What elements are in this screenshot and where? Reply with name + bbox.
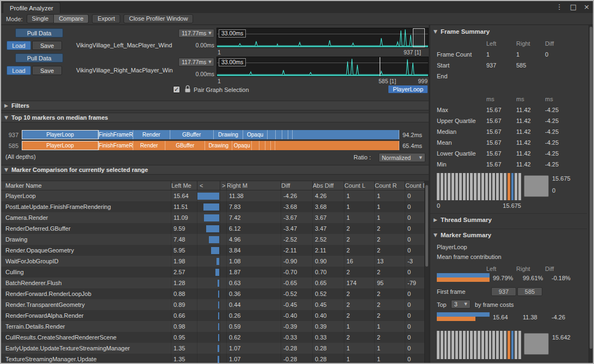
table-row[interactable]: Drawing7.484.96-2.522.52220	[1, 234, 424, 245]
marker-segment[interactable]	[268, 130, 276, 139]
marker-segment[interactable]: PlayerLoop	[22, 141, 99, 150]
mode-single-button[interactable]: Single	[27, 14, 54, 23]
bar-track	[197, 203, 219, 211]
menu-kebab-icon[interactable]: ⋮	[556, 1, 563, 13]
cell-right-median: 0.36	[227, 288, 281, 299]
cell-count-right: 2	[375, 234, 405, 245]
column-header-marker-name[interactable]: Marker Name	[1, 181, 171, 190]
pull-data-left-button[interactable]: Pull Data	[15, 28, 63, 38]
table-row[interactable]: BatchRenderer.Flush1.280.63-0.650.651749…	[1, 277, 424, 288]
table-row[interactable]: CullResults.CreateSharedRendererScene0.9…	[1, 332, 424, 343]
bar-track	[197, 247, 219, 254]
maximize-icon[interactable]: □	[570, 1, 577, 13]
marker-segment[interactable]: FinishFrameR	[99, 130, 133, 139]
marker-segment[interactable]: GBuffer	[170, 130, 214, 139]
table-row[interactable]: Render.OpaqueGeometry5.953.84-2.112.1122…	[1, 245, 424, 256]
left-graph-scale-dropdown[interactable]: 117.77ms ▼	[178, 29, 214, 38]
first-frame-left-button[interactable]: 937	[491, 287, 516, 296]
column-header-right-bar[interactable]: >	[220, 181, 227, 190]
save-right-button[interactable]: Save	[32, 66, 62, 75]
scrollbar-thumb[interactable]	[425, 185, 428, 267]
marker-segment[interactable]: Opaqu	[243, 130, 267, 139]
marker-segment[interactable]: Render	[133, 130, 170, 139]
frame-time-graph-right[interactable]: 33.00ms	[216, 57, 429, 77]
save-left-button[interactable]: Save	[32, 41, 62, 50]
first-frame-right-button[interactable]: 585	[517, 287, 542, 296]
marker-summary-histogram[interactable]	[437, 331, 521, 359]
table-row[interactable]: Terrain.Details.Render0.980.59-0.390.391…	[1, 321, 424, 332]
cell-right-median: 0.44	[227, 299, 281, 310]
cell-count-left: 2	[344, 245, 375, 256]
selection-line[interactable]	[380, 57, 380, 76]
marker-segment[interactable]: GBuffer	[165, 141, 205, 150]
scrollbar-thumb[interactable]	[590, 27, 592, 349]
table-row[interactable]: Render.TransparentGeometry0.890.44-0.450…	[1, 299, 424, 310]
marker-segment[interactable]: FinishFrameR	[99, 141, 133, 150]
ratio-dropdown[interactable]: Normalized ▼	[379, 153, 425, 162]
marker-segment[interactable]	[293, 130, 399, 139]
top-n-dropdown[interactable]: 3 ▼	[451, 300, 471, 309]
vertical-scrollbar[interactable]	[589, 25, 593, 364]
load-left-button[interactable]: Load	[7, 41, 31, 50]
top10-section-header[interactable]: ▼ Top 10 markers on median frames	[1, 113, 429, 122]
table-row[interactable]: PostLateUpdate.FinishFrameRendering11.51…	[1, 201, 424, 212]
column-header-left-median[interactable]: Left Me	[171, 181, 197, 190]
table-row[interactable]: Camera.Render11.097.42-3.673.67110	[1, 212, 424, 223]
close-icon[interactable]: ×	[584, 1, 590, 13]
right-graph-scale-dropdown[interactable]: 117.77ms ▼	[178, 58, 214, 66]
mode-compare-button[interactable]: Compare	[54, 14, 89, 23]
column-header-count-left[interactable]: Count L	[344, 181, 375, 190]
vertical-scrollbar[interactable]	[424, 181, 429, 364]
tab-profile-analyzer[interactable]: Profile Analyzer	[3, 2, 60, 13]
comparison-section-header[interactable]: ▼ Marker Comparison for currently select…	[1, 165, 429, 175]
column-header-left: Left	[486, 266, 516, 272]
marker-segment[interactable]	[271, 141, 275, 150]
marker-segment[interactable]: PlayerLoop	[22, 130, 99, 139]
table-row[interactable]: EarlyUpdate.UpdateTextureStreamingManage…	[1, 343, 424, 354]
marker-segment[interactable]	[252, 141, 259, 150]
frame-summary-stat-rows: Max15.6711.42-4.25Upper Quartile15.6711.…	[430, 104, 587, 170]
selection-region[interactable]	[413, 28, 425, 47]
summary-right-value: 1	[516, 51, 545, 58]
table-row[interactable]: WaitForJobGroupID1.981.08-0.900.901613-3	[1, 256, 424, 267]
marker-segment[interactable]: Drawing	[205, 141, 232, 150]
table-row[interactable]: PlayerLoop15.6411.38-4.264.26110	[1, 190, 424, 201]
cell-left-median: 9.59	[171, 223, 197, 234]
filters-section-header[interactable]: ▶ Filters	[1, 101, 429, 110]
frame-time-graph-left[interactable]: 33.00ms	[216, 28, 429, 48]
marker-summary-header[interactable]: ▼ Marker Summary	[434, 232, 491, 238]
column-header-count-delta[interactable]: Count D	[405, 181, 424, 190]
marker-segment[interactable]	[282, 130, 288, 139]
marker-segment[interactable]	[275, 141, 399, 150]
section-divider	[430, 213, 587, 214]
frame-summary-histogram[interactable]	[437, 173, 521, 200]
marker-segment[interactable]	[265, 141, 271, 150]
thread-summary-header[interactable]: ▶ Thread Summary	[434, 217, 492, 223]
table-row[interactable]: TextureStreamingManager.Update1.351.07-0…	[1, 354, 424, 364]
export-button[interactable]: Export	[92, 14, 120, 23]
column-header-count-right[interactable]: Count R	[375, 181, 405, 190]
column-header-left-bar[interactable]: <	[197, 181, 220, 190]
close-profiler-window-button[interactable]: Close Profiler Window	[123, 14, 193, 23]
marker-segment[interactable]	[288, 130, 293, 139]
marker-segment[interactable]: Render	[133, 141, 166, 150]
pull-data-right-button[interactable]: Pull Data	[15, 53, 63, 63]
cell-diff: -0.39	[281, 321, 313, 332]
marker-segment[interactable]	[259, 141, 265, 150]
marker-segment[interactable]	[276, 130, 282, 139]
load-right-button[interactable]: Load	[7, 66, 31, 75]
table-row[interactable]: RenderForward.RenderLoopJob0.880.36-0.52…	[1, 288, 424, 299]
column-header-abs-diff[interactable]: Abs Diff	[313, 181, 344, 190]
marker-segment[interactable]: Drawing	[214, 130, 244, 139]
column-header-diff[interactable]: Diff	[281, 181, 313, 190]
column-header-right-median[interactable]: Right M	[227, 181, 281, 190]
frame-summary-header[interactable]: ▼ Frame Summary	[434, 28, 490, 35]
marker-segment[interactable]: Opaqu	[232, 141, 252, 150]
table-row[interactable]: Culling2.571.87-0.700.70220	[1, 267, 424, 277]
cell-left-bar	[197, 234, 220, 245]
selected-marker-chip[interactable]: PlayerLoop	[388, 85, 428, 93]
marker-threshold-line	[217, 63, 428, 63]
table-row[interactable]: RenderDeferred.GBuffer9.596.12-3.473.472…	[1, 223, 424, 234]
pair-graph-selection-checkbox[interactable]: ✓	[173, 86, 180, 93]
table-row[interactable]: RenderForwardAlpha.Render0.660.26-0.400.…	[1, 310, 424, 321]
